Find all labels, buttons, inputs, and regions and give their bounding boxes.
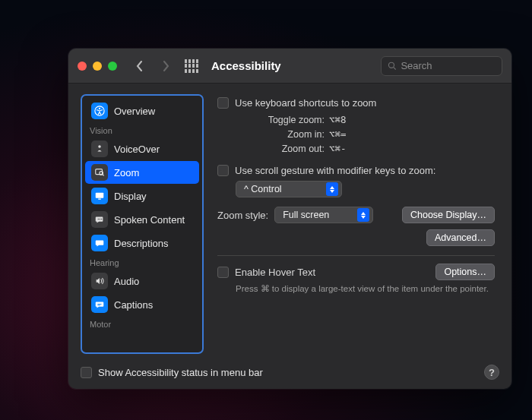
svg-point-4	[98, 145, 101, 148]
sidebar-item-spoken[interactable]: Spoken Content	[85, 208, 199, 231]
show-all-button[interactable]	[182, 57, 201, 75]
footer: Show Accessibility status in menu bar ?	[68, 360, 511, 389]
hover-text-label: Enable Hover Text	[235, 267, 315, 278]
titlebar: Accessibility	[68, 49, 511, 84]
options-button[interactable]: Options…	[435, 264, 495, 280]
close-icon[interactable]	[78, 62, 87, 71]
sidebar-item-label: Audio	[114, 276, 139, 287]
svg-point-12	[101, 219, 102, 219]
sidebar-item-label: Captions	[114, 299, 153, 311]
spoken-icon	[91, 211, 108, 228]
divider	[217, 255, 495, 256]
keyboard-shortcuts-checkbox[interactable]	[217, 97, 229, 109]
accessibility-window: Accessibility Overview Vision VoiceOver	[68, 49, 511, 389]
toggle-zoom-key: ⌥⌘8	[329, 113, 361, 128]
back-button[interactable]	[131, 57, 149, 75]
zoom-in-label: Zoom in:	[287, 128, 325, 142]
accessibility-icon	[91, 103, 108, 119]
svg-rect-8	[96, 193, 104, 198]
sidebar-item-label: Zoom	[114, 167, 139, 178]
sidebar-item-descriptions[interactable]: Descriptions	[85, 232, 199, 254]
sidebar-item-voiceover[interactable]: VoiceOver	[85, 137, 199, 160]
svg-rect-13	[97, 304, 101, 305]
sidebar-item-label: Display	[114, 191, 147, 202]
modifier-key-value: ^ Control	[244, 184, 282, 194]
section-vision: Vision	[82, 123, 202, 137]
zoom-in-key: ⌥⌘=	[329, 128, 361, 142]
sidebar-item-label: Spoken Content	[114, 214, 185, 226]
chevron-updown-icon	[326, 182, 338, 196]
svg-point-0	[388, 62, 394, 68]
scroll-gesture-label: Use scroll gesture with modifier keys to…	[235, 165, 435, 176]
window-controls	[78, 62, 117, 71]
zoom-out-label: Zoom out:	[282, 142, 325, 156]
svg-line-7	[103, 175, 104, 176]
sidebar-item-zoom[interactable]: Zoom	[85, 161, 199, 184]
hover-text-checkbox[interactable]	[217, 267, 229, 278]
svg-rect-9	[98, 199, 101, 200]
svg-point-11	[100, 219, 100, 219]
fullscreen-icon[interactable]	[108, 62, 117, 71]
section-hearing: Hearing	[82, 255, 202, 269]
voiceover-icon	[91, 141, 108, 157]
forward-button[interactable]	[157, 57, 175, 75]
grid-icon	[185, 59, 198, 73]
svg-point-10	[98, 219, 99, 219]
audio-icon	[91, 273, 108, 289]
zoom-style-select[interactable]: Full screen	[274, 207, 373, 223]
sidebar: Overview Vision VoiceOver Zoom Display	[81, 94, 204, 354]
svg-point-3	[99, 108, 100, 109]
menubar-status-checkbox[interactable]	[81, 367, 92, 378]
sidebar-item-label: Descriptions	[114, 238, 169, 249]
keyboard-shortcuts-label: Use keyboard shortcuts to zoom	[235, 97, 376, 109]
sidebar-item-overview[interactable]: Overview	[85, 99, 199, 122]
modifier-key-select[interactable]: ^ Control	[236, 181, 342, 197]
captions-icon	[91, 296, 108, 313]
menubar-status-label: Show Accessibility status in menu bar	[98, 367, 263, 378]
page-title: Accessibility	[211, 59, 281, 72]
sidebar-item-captions[interactable]: Captions	[85, 293, 199, 316]
zoom-style-label: Zoom style:	[217, 210, 268, 221]
search-icon	[388, 61, 396, 71]
sidebar-item-label: Overview	[114, 106, 155, 117]
sidebar-item-audio[interactable]: Audio	[85, 270, 199, 292]
svg-rect-14	[97, 305, 100, 305]
advanced-button[interactable]: Advanced…	[426, 229, 495, 246]
descriptions-icon	[91, 235, 108, 251]
hover-text-hint: Press ⌘ to display a large-text view of …	[217, 283, 495, 294]
display-icon	[91, 188, 108, 204]
search-field[interactable]	[381, 56, 502, 76]
choose-display-button[interactable]: Choose Display…	[402, 207, 495, 223]
help-button[interactable]: ?	[484, 365, 499, 380]
main-content: Use keyboard shortcuts to zoom Toggle zo…	[214, 94, 499, 354]
search-input[interactable]	[401, 60, 496, 71]
svg-line-1	[394, 68, 396, 70]
chevron-updown-icon	[357, 208, 369, 222]
zoom-icon	[91, 164, 108, 181]
sidebar-item-display[interactable]: Display	[85, 185, 199, 207]
section-motor: Motor	[82, 317, 202, 330]
zoom-style-value: Full screen	[283, 210, 329, 220]
sidebar-item-label: VoiceOver	[114, 144, 160, 155]
minimize-icon[interactable]	[93, 62, 102, 71]
toggle-zoom-label: Toggle zoom:	[268, 113, 325, 128]
zoom-out-key: ⌥⌘-	[329, 142, 361, 156]
scroll-gesture-checkbox[interactable]	[217, 165, 229, 176]
shortcut-list: Toggle zoom:⌥⌘8 Zoom in:⌥⌘= Zoom out:⌥⌘-	[217, 113, 495, 156]
